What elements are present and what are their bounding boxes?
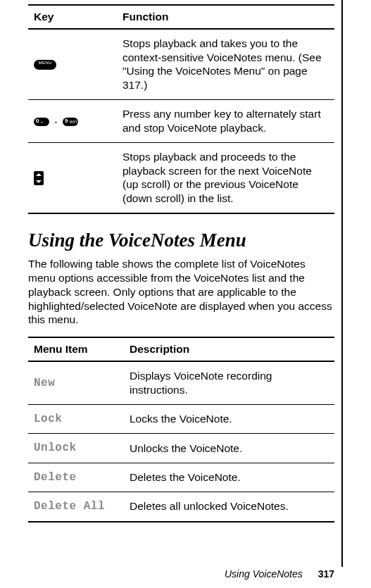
- page-footer: Using VoiceNotes 317: [225, 568, 334, 580]
- table-row: Lock Locks the VoiceNote.: [28, 404, 334, 433]
- menu-item-table: Menu Item Description New Displays Voice…: [28, 337, 334, 522]
- nine-key-icon: 9 WXYZ: [63, 118, 78, 126]
- table-row: Stops playback and takes you to the cont…: [28, 29, 334, 100]
- page-cut-edge: [341, 0, 343, 567]
- key-cell: [28, 142, 117, 213]
- description-cell: Deletes all unlocked VoiceNotes.: [124, 492, 334, 522]
- page-content: Key Function Stops playback and takes yo…: [0, 0, 371, 523]
- footer-page-number: 317: [318, 568, 334, 580]
- header-description: Description: [124, 337, 334, 361]
- menu-item-cell: Delete All: [28, 492, 124, 522]
- section-body: The following table shows the complete l…: [28, 257, 334, 327]
- table-row: Delete All Deletes all unlocked VoiceNot…: [28, 492, 334, 522]
- menu-item-cell: Delete: [28, 463, 124, 492]
- scroll-key-icon: [34, 171, 44, 185]
- function-cell: Press any number key to alternately star…: [117, 100, 334, 143]
- description-cell: Displays VoiceNote recording instruction…: [124, 361, 334, 404]
- menu-key-icon: [34, 60, 56, 70]
- description-cell: Deletes the VoiceNote.: [124, 463, 334, 492]
- footer-title: Using VoiceNotes: [225, 568, 303, 580]
- description-cell: Unlocks the VoiceNote.: [124, 434, 334, 463]
- menu-item-cell: New: [28, 361, 124, 404]
- menu-item-cell: Lock: [28, 404, 124, 433]
- header-key: Key: [28, 5, 117, 29]
- table-header-row: Menu Item Description: [28, 337, 334, 361]
- table-row: Delete Deletes the VoiceNote.: [28, 463, 334, 492]
- key-cell: 0 + - 9 WXYZ: [28, 100, 117, 143]
- header-function: Function: [117, 5, 334, 29]
- description-cell: Locks the VoiceNote.: [124, 404, 334, 433]
- zero-key-icon: 0 +: [34, 118, 49, 126]
- table-header-row: Key Function: [28, 5, 334, 29]
- range-dash: -: [54, 116, 57, 128]
- key-cell: [28, 29, 117, 100]
- menu-item-cell: Unlock: [28, 434, 124, 463]
- table-row: Unlock Unlocks the VoiceNote.: [28, 434, 334, 463]
- function-cell: Stops playback and takes you to the cont…: [117, 29, 334, 100]
- table-row: 0 + - 9 WXYZ Press any number key to alt…: [28, 100, 334, 143]
- table-row: New Displays VoiceNote recording instruc…: [28, 361, 334, 404]
- section-heading: Using the VoiceNotes Menu: [28, 230, 334, 251]
- function-cell: Stops playback and proceeds to the playb…: [117, 142, 334, 213]
- key-function-table: Key Function Stops playback and takes yo…: [28, 4, 334, 214]
- header-menu-item: Menu Item: [28, 337, 124, 361]
- number-key-range-icon: 0 + - 9 WXYZ: [34, 115, 78, 127]
- table-row: Stops playback and proceeds to the playb…: [28, 142, 334, 213]
